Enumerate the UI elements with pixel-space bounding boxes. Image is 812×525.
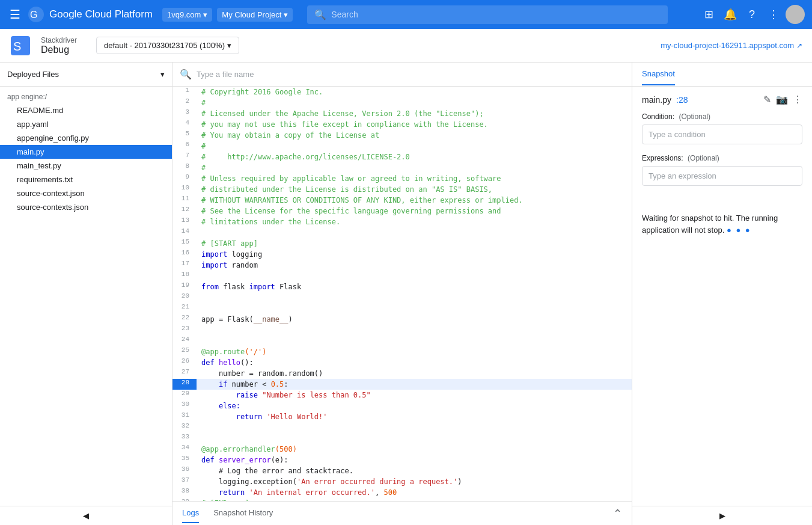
line-content (197, 271, 632, 281)
file-panel: Deployed Files ▾ app engine:/ README.md … (0, 63, 172, 525)
file-item-source-context[interactable]: source-context.json (0, 186, 172, 200)
table-row[interactable]: 38 return 'An internal error occurred.',… (172, 487, 632, 498)
line-number: 3 (172, 108, 197, 119)
line-content (197, 292, 632, 303)
snapshot-history-tab[interactable]: Snapshot History (213, 503, 273, 523)
file-item-source-contexts[interactable]: source-contexts.json (0, 200, 172, 214)
table-row[interactable]: 35def server_error(e): (172, 455, 632, 465)
table-row[interactable]: 9# Unless required by applicable law or … (172, 173, 632, 184)
table-row[interactable]: 17import random (172, 260, 632, 271)
search-bar[interactable]: 🔍 (307, 5, 668, 24)
table-row[interactable]: 29 raise "Number is less than 0.5" (172, 390, 632, 401)
table-row[interactable]: 28 if number < 0.5: (172, 379, 632, 390)
table-row[interactable]: 1# Copyright 2016 Google Inc. (172, 87, 632, 97)
table-row[interactable]: 12# See the License for the specific lan… (172, 206, 632, 216)
avatar[interactable] (786, 5, 805, 24)
table-row[interactable]: 37 logging.exception('An error occurred … (172, 476, 632, 487)
file-item-appyaml[interactable]: app.yaml (0, 117, 172, 131)
line-content: from flask import Flask (197, 281, 632, 292)
line-number: 9 (172, 173, 197, 184)
table-row[interactable]: 31 return 'Hello World!' (172, 411, 632, 422)
domain-chevron-icon: ▾ (203, 10, 207, 19)
table-row[interactable]: 24 (172, 336, 632, 346)
notifications-bell-icon[interactable]: 🔔 (721, 5, 740, 24)
main-layout: Deployed Files ▾ app engine:/ README.md … (0, 63, 812, 525)
left-panel-toggle[interactable]: ◀ (0, 506, 172, 525)
pencil-icon[interactable]: ✎ (763, 94, 771, 105)
table-row[interactable]: 23 (172, 325, 632, 336)
table-row[interactable]: 6# (172, 141, 632, 152)
line-number: 23 (172, 325, 197, 336)
project-selector[interactable]: My Cloud Project ▾ (217, 8, 293, 22)
file-item-requirements[interactable]: requirements.txt (0, 173, 172, 186)
file-item-maintest[interactable]: main_test.py (0, 159, 172, 173)
help-icon[interactable]: ? (742, 5, 762, 24)
version-text: default - 20170330t231705 (100%) (104, 41, 225, 50)
file-tree: app engine:/ README.md app.yaml appengin… (0, 87, 172, 506)
line-number: 33 (172, 433, 197, 444)
brand-text: Google Cloud Platform (49, 8, 153, 20)
file-item-appengine-config[interactable]: appengine_config.py (0, 131, 172, 145)
table-row[interactable]: 8# (172, 162, 632, 173)
table-row[interactable]: 16import logging (172, 249, 632, 260)
table-row[interactable]: 25@app.route('/') (172, 346, 632, 357)
table-row[interactable]: 14 (172, 227, 632, 238)
table-row[interactable]: 34@app.errorhandler(500) (172, 444, 632, 455)
line-content: return 'An internal error occurred.', 50… (197, 487, 632, 498)
bottom-bar: Logs Snapshot History ⌃ (172, 501, 632, 525)
expand-icon[interactable]: ⌃ (613, 507, 622, 520)
table-row[interactable]: 19from flask import Flask (172, 281, 632, 292)
table-row[interactable]: 30 else: (172, 401, 632, 411)
line-content: import logging (197, 249, 632, 260)
domain-selector[interactable]: 1vq9.com ▾ (162, 8, 212, 22)
table-row[interactable]: 4# you may not use this file except in c… (172, 119, 632, 130)
logs-tab[interactable]: Logs (182, 503, 199, 523)
settings-icon[interactable]: ⋮ (764, 5, 783, 24)
table-row[interactable]: 2# (172, 97, 632, 108)
table-row[interactable]: 10# distributed under the License is dis… (172, 184, 632, 195)
table-row[interactable]: 18 (172, 271, 632, 281)
external-link[interactable]: my-cloud-project-162911.appspot.com ↗ (661, 41, 802, 50)
table-row[interactable]: 27 number = random.random() (172, 368, 632, 379)
apps-icon[interactable]: ⊞ (699, 5, 718, 24)
version-selector[interactable]: default - 20170330t231705 (100%) ▾ (96, 37, 239, 54)
expression-input[interactable] (642, 166, 802, 186)
snap-file-name: main.py (642, 95, 671, 105)
table-row[interactable]: 13# limitations under the License. (172, 216, 632, 227)
line-number: 36 (172, 465, 197, 476)
line-number: 30 (172, 401, 197, 411)
line-number: 31 (172, 411, 197, 422)
brand-logo: G Google Cloud Platform (28, 6, 153, 23)
camera-icon[interactable]: 📷 (776, 94, 788, 105)
table-row[interactable]: 3# Licensed under the Apache License, Ve… (172, 108, 632, 119)
more-vert-icon[interactable]: ⋮ (793, 94, 802, 105)
table-row[interactable]: 7# http://www.apache.org/licenses/LICENS… (172, 152, 632, 162)
external-link-text: my-cloud-project-162911.appspot.com (661, 41, 794, 50)
table-row[interactable]: 5# You may obtain a copy of the License … (172, 130, 632, 141)
file-item-mainpy[interactable]: main.py (0, 145, 172, 159)
table-row[interactable]: 20 (172, 292, 632, 303)
line-number: 11 (172, 195, 197, 206)
file-dropdown[interactable]: Deployed Files ▾ (0, 63, 172, 87)
line-content (197, 325, 632, 336)
condition-input[interactable] (642, 124, 802, 144)
code-search-bar[interactable]: 🔍 (172, 63, 632, 87)
code-search-input[interactable] (197, 70, 624, 79)
right-panel-toggle[interactable]: ▶ (632, 506, 812, 525)
table-row[interactable]: 36 # Log the error and stacktrace. (172, 465, 632, 476)
table-row[interactable]: 33 (172, 433, 632, 444)
table-row[interactable]: 32 (172, 422, 632, 433)
snapshot-tab[interactable]: Snapshot (642, 63, 675, 85)
table-row[interactable]: 22app = Flask(__name__) (172, 314, 632, 325)
code-area[interactable]: 1# Copyright 2016 Google Inc.2#3# Licens… (172, 87, 632, 501)
file-dropdown-label: Deployed Files (7, 70, 59, 79)
line-content: raise "Number is less than 0.5" (197, 390, 632, 401)
file-item-readme[interactable]: README.md (0, 103, 172, 117)
menu-icon[interactable]: ☰ (7, 5, 23, 24)
table-row[interactable]: 15# [START app] (172, 238, 632, 249)
line-number: 10 (172, 184, 197, 195)
table-row[interactable]: 21 (172, 303, 632, 314)
table-row[interactable]: 26def hello(): (172, 357, 632, 368)
table-row[interactable]: 11# WITHOUT WARRANTIES OR CONDITIONS OF … (172, 195, 632, 206)
search-input[interactable] (331, 10, 661, 19)
